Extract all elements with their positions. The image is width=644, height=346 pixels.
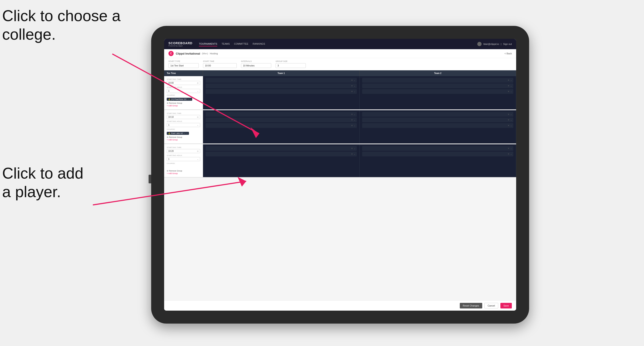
sign-out-link[interactable]: | [501, 43, 502, 45]
intervals-select[interactable]: 10 Minutes [241, 63, 271, 68]
remove-course-1[interactable]: × [188, 98, 189, 100]
time-icon-2[interactable]: ⊙ [197, 116, 199, 118]
slot-x-r3t2-2[interactable]: ✕ [508, 153, 510, 155]
player-slot-t1-r2-2[interactable]: ✕ ⌄ [206, 118, 357, 122]
player-slot-t2-r3-1[interactable]: ✕ ⌄ [362, 146, 513, 151]
player-slot-t2-r2-2[interactable]: ✕ ⌄ [362, 118, 513, 122]
course-field-1: ⛳ (A) Peachtree GC × ⌄ [167, 97, 200, 101]
slot-x-r3t2-1[interactable]: ✕ [508, 147, 510, 150]
starting-hole-label-3: STARTING HOLE: [167, 155, 200, 156]
slot-x-t2-3[interactable]: ✕ [508, 90, 510, 93]
slot-ch-t2-2[interactable]: ⌄ [510, 85, 512, 87]
cancel-button[interactable]: Cancel [484, 303, 498, 309]
sign-out-text[interactable]: Sign out [503, 43, 512, 45]
slot-ch-r3t1-2[interactable]: ⌄ [354, 153, 356, 155]
slot-ch-r3t2-1[interactable]: ⌄ [510, 147, 512, 150]
slot-ch-r3t1-1[interactable]: ⌄ [354, 147, 356, 150]
remove-group-2[interactable]: ⊖ Remove Group [167, 136, 200, 138]
slot-ch-r2t1-2[interactable]: ⌄ [354, 119, 356, 121]
course-field-2: ⛳ East Lake GC × ⌄ [167, 131, 200, 135]
slot-x-r3t1-2[interactable]: ✕ [351, 153, 353, 155]
starting-time-input-1[interactable]: 10:00 ⊙ [167, 81, 200, 85]
slot-ch-r2t1-3[interactable]: ⌄ [354, 125, 356, 127]
slot-ch-r3t2-2[interactable]: ⌄ [510, 153, 512, 155]
nav-tournaments[interactable]: TOURNAMENTS [199, 42, 217, 46]
add-group-2[interactable]: + Add Group [167, 139, 200, 141]
player-slot-t1-r2-1[interactable]: ✕ ⌄ [206, 112, 357, 117]
course-badge-1[interactable]: ⛳ (A) Peachtree GC × ⌄ [167, 98, 192, 101]
slot-ch-r2t1-1[interactable]: ⌄ [354, 113, 356, 115]
slot-x-r2t1-3[interactable]: ✕ [351, 125, 353, 127]
slot-chevron-btn-2[interactable]: ⌄ [354, 85, 356, 87]
course-chevron-2[interactable]: ⌄ [186, 133, 188, 134]
hole-chevron-1[interactable]: ⌄ [197, 90, 199, 92]
course-badge-2[interactable]: ⛳ East Lake GC × ⌄ [167, 132, 189, 135]
slot-x-t2-2[interactable]: ✕ [508, 85, 510, 87]
nav-user: blair@clippd.io | Sign out [477, 42, 512, 46]
starting-hole-input-2[interactable]: 1 ⌄ [167, 123, 200, 127]
save-button[interactable]: Save [500, 303, 512, 309]
player-slot-t1-r1-2[interactable]: ✕ ⌄ [206, 83, 357, 88]
slot-x-btn-2[interactable]: ✕ [351, 85, 353, 87]
slot-chevron-btn[interactable]: ⌄ [354, 79, 356, 81]
remove-group-3[interactable]: ⊖ Remove Group [167, 170, 200, 172]
slot-ch-t2-3[interactable]: ⌄ [510, 90, 512, 93]
player-slot-t1-r1-3[interactable]: ✕ ⌄ [206, 89, 357, 94]
reset-button[interactable]: Reset Changes [460, 303, 482, 309]
player-slot-t1-r3-2[interactable]: ✕ ⌄ [206, 152, 357, 156]
start-time-input[interactable] [203, 63, 237, 68]
hole-chevron-2[interactable]: ⌄ [197, 124, 199, 126]
starting-time-input-2[interactable]: 10:10 ⊙ [167, 115, 200, 119]
add-group-1[interactable]: + Add Group [167, 105, 200, 107]
time-icon-1[interactable]: ⊙ [197, 82, 199, 84]
tee-time-row-2: STARTING TIME: 10:10 ⊙ STARTING HOLE: 1 … [164, 110, 516, 144]
starting-time-input-3[interactable]: 10:20 ⊙ [167, 149, 200, 153]
slot-x-r2t2-3[interactable]: ✕ [508, 125, 510, 127]
remove-course-2[interactable]: × [184, 133, 185, 134]
team1-col-3: ✕ ⌄ ✕ ⌄ [203, 144, 360, 177]
slot-x-r3t1-1[interactable]: ✕ [351, 147, 353, 150]
player-slot-t2-r2-1[interactable]: ✕ ⌄ [362, 112, 513, 117]
slot-ch-r2t2-2[interactable]: ⌄ [510, 119, 512, 121]
user-avatar [477, 42, 482, 46]
time-icon-3[interactable]: ⊙ [197, 150, 199, 152]
course-field-3 [167, 165, 200, 169]
player-slot-t1-r3-1[interactable]: ✕ ⌄ [206, 146, 357, 151]
player-slot-t1-r2-3[interactable]: ✕ ⌄ [206, 123, 357, 128]
course-label-2: COURSE: [167, 128, 200, 130]
slot-x-btn-3[interactable]: ✕ [351, 90, 353, 93]
hole-chevron-3[interactable]: ⌄ [197, 158, 199, 160]
slot-ch-t2[interactable]: ⌄ [510, 79, 512, 81]
slot-x-r2t2-2[interactable]: ✕ [508, 119, 510, 121]
player-slot-t2-r1-1[interactable]: ✕ ⌄ [362, 78, 513, 83]
course-chevron-1[interactable]: ⌄ [190, 98, 191, 100]
start-type-select[interactable]: 1st Tee Start [168, 63, 199, 68]
add-group-3[interactable]: + Add Group [167, 172, 200, 174]
starting-hole-input-3[interactable]: 1 ⌄ [167, 157, 200, 161]
player-slot-t2-r3-2[interactable]: ✕ ⌄ [362, 152, 513, 156]
tablet-side-button [148, 175, 151, 183]
group-size-select[interactable]: 3 [276, 63, 306, 68]
start-type-label: Start Type [168, 60, 199, 62]
remove-group-1[interactable]: ⊖ Remove Group [167, 102, 200, 104]
slot-x-btn[interactable]: ✕ [351, 79, 353, 81]
nav-committee[interactable]: COMMITTEE [234, 42, 248, 46]
nav-teams[interactable]: TEAMS [222, 42, 230, 46]
slot-x-r2t1-1[interactable]: ✕ [351, 113, 353, 115]
player-slot-t2-r1-2[interactable]: ✕ ⌄ [362, 83, 513, 88]
player-slot-t2-r2-3[interactable]: ✕ ⌄ [362, 123, 513, 128]
th-tee-time: Tee Time [164, 70, 203, 76]
slot-x-r2t1-2[interactable]: ✕ [351, 119, 353, 121]
slot-x-r2t2-1[interactable]: ✕ [508, 113, 510, 115]
nav-rankings[interactable]: RANKINGS [253, 42, 265, 46]
player-slot-t1-r1-1[interactable]: ✕ ⌄ [206, 78, 357, 83]
starting-hole-input-1[interactable]: 1 ⌄ [167, 89, 200, 93]
player-slot-t2-r1-3[interactable]: ✕ ⌄ [362, 89, 513, 94]
slot-ch-r2t2-3[interactable]: ⌄ [510, 125, 512, 127]
slot-chevron-btn-3[interactable]: ⌄ [354, 90, 356, 93]
app-logo: SCOREBOARD Powered by clippd [168, 41, 192, 47]
slot-ch-r2t2-1[interactable]: ⌄ [510, 113, 512, 115]
tablet-frame: SCOREBOARD Powered by clippd TOURNAMENTS… [151, 26, 529, 324]
back-button[interactable]: < Back [504, 52, 512, 55]
slot-x-t2[interactable]: ✕ [508, 79, 510, 81]
